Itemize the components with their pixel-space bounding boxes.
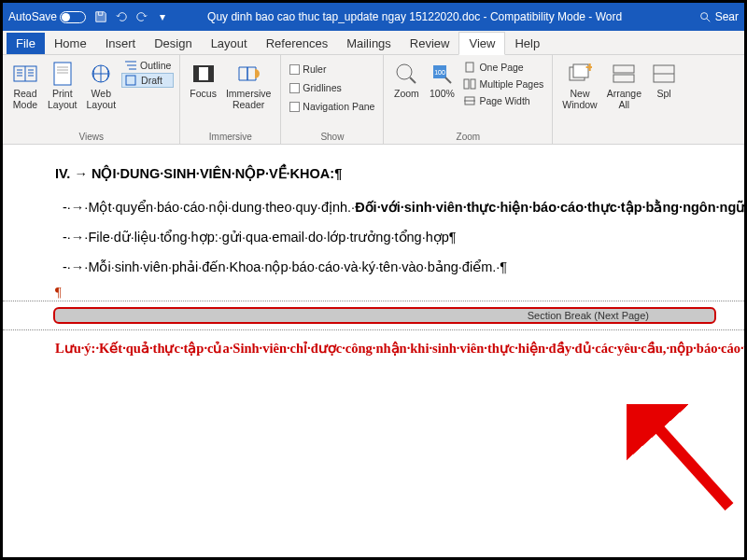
svg-rect-4 bbox=[126, 76, 135, 85]
svg-point-0 bbox=[700, 13, 707, 20]
svg-rect-6 bbox=[199, 67, 208, 80]
read-mode-button[interactable]: Read Mode bbox=[8, 59, 42, 112]
checkbox-icon bbox=[289, 102, 300, 112]
tab-home[interactable]: Home bbox=[45, 33, 96, 54]
tab-mailings[interactable]: Mailings bbox=[337, 33, 401, 54]
navigation-pane-checkbox[interactable]: Navigation Pane bbox=[287, 100, 377, 113]
split-button[interactable]: Spl bbox=[647, 59, 681, 102]
tab-references[interactable]: References bbox=[257, 33, 337, 54]
new-window-button[interactable]: ✚New Window bbox=[558, 59, 600, 112]
ribbon-tabs: File Home Insert Design Layout Reference… bbox=[3, 31, 744, 55]
outline-button[interactable]: Outline bbox=[121, 59, 174, 72]
ribbon: Read Mode Print Layout Web Layout Outlin… bbox=[3, 55, 744, 145]
save-icon[interactable] bbox=[93, 9, 108, 24]
search-button[interactable]: Sear bbox=[698, 10, 739, 23]
print-layout-icon bbox=[49, 61, 76, 87]
new-window-icon: ✚ bbox=[567, 61, 593, 87]
outline-icon bbox=[124, 60, 137, 71]
tab-review[interactable]: Review bbox=[401, 33, 459, 54]
multiple-pages-button[interactable]: Multiple Pages bbox=[460, 77, 546, 91]
immersive-reader-icon bbox=[235, 61, 261, 87]
zoom-icon bbox=[393, 61, 419, 87]
ruler-checkbox[interactable]: Ruler bbox=[287, 63, 377, 76]
web-layout-icon bbox=[88, 61, 114, 87]
svg-rect-17 bbox=[613, 65, 634, 73]
checkbox-icon bbox=[289, 83, 300, 93]
one-page-icon bbox=[463, 62, 476, 73]
page-width-button[interactable]: Page Width bbox=[460, 94, 546, 107]
arrange-all-button[interactable]: Arrange All bbox=[603, 59, 645, 112]
paragraph: -·→·Mỗi·sinh·viên·phải·đến·Khoa·nộp·báo·… bbox=[76, 255, 711, 279]
immersive-reader-button[interactable]: Immersive Reader bbox=[222, 59, 275, 112]
svg-rect-12 bbox=[471, 79, 475, 89]
gridlines-checkbox[interactable]: Gridlines bbox=[287, 81, 377, 94]
group-show: Ruler Gridlines Navigation Pane Show bbox=[281, 55, 384, 144]
section-break-indicator[interactable]: Section Break (Next Page) bbox=[53, 307, 716, 324]
paragraph: -·→·Một·quyển·báo·cáo·nội·dung·theo·quy·… bbox=[76, 195, 711, 219]
draft-button[interactable]: Draft bbox=[121, 73, 174, 88]
tab-view[interactable]: View bbox=[458, 32, 505, 55]
svg-text:✚: ✚ bbox=[585, 63, 592, 73]
group-immersive: Focus Immersive Reader Immersive bbox=[180, 55, 281, 144]
page-width-icon bbox=[463, 95, 476, 106]
zoom-button[interactable]: Zoom bbox=[389, 59, 423, 102]
tab-layout[interactable]: Layout bbox=[202, 33, 257, 54]
tab-file[interactable]: File bbox=[7, 33, 45, 54]
focus-button[interactable]: Focus bbox=[186, 59, 220, 102]
autosave-toggle[interactable]: AutoSave bbox=[8, 10, 86, 23]
group-label-show: Show bbox=[287, 132, 377, 142]
quick-access-toolbar: ▾ bbox=[93, 9, 170, 24]
svg-rect-18 bbox=[613, 75, 634, 82]
group-label-views: Views bbox=[8, 132, 174, 142]
page-divider bbox=[3, 301, 744, 301]
group-label-immersive: Immersive bbox=[186, 132, 275, 142]
tab-insert[interactable]: Insert bbox=[96, 33, 146, 54]
split-icon bbox=[651, 61, 677, 87]
one-page-button[interactable]: One Page bbox=[460, 61, 546, 74]
draft-icon bbox=[125, 75, 138, 86]
multiple-pages-icon bbox=[463, 78, 476, 90]
search-label: Sear bbox=[715, 10, 739, 23]
svg-rect-2 bbox=[54, 63, 71, 85]
arrange-all-icon bbox=[611, 61, 637, 87]
checkbox-icon bbox=[289, 64, 300, 75]
dropdown-icon[interactable]: ▾ bbox=[155, 9, 170, 24]
page-divider bbox=[3, 329, 744, 330]
zoom-100-icon: 100 bbox=[429, 61, 455, 87]
svg-rect-10 bbox=[466, 63, 473, 72]
annotation-arrow-icon bbox=[627, 404, 739, 516]
group-views: Read Mode Print Layout Web Layout Outlin… bbox=[3, 55, 180, 144]
read-mode-icon bbox=[12, 61, 38, 87]
group-label-zoom: Zoom bbox=[389, 132, 546, 142]
paragraph: -·→·File·dữ·liệu·tổng·hợp:·gửi·qua·email… bbox=[76, 225, 711, 249]
zoom-100-button[interactable]: 100100% bbox=[425, 59, 458, 102]
undo-icon[interactable] bbox=[114, 9, 129, 24]
toggle-off-icon bbox=[60, 11, 86, 23]
tab-design[interactable]: Design bbox=[145, 33, 201, 54]
print-layout-button[interactable]: Print Layout bbox=[44, 59, 81, 112]
tab-help[interactable]: Help bbox=[505, 33, 549, 54]
svg-point-7 bbox=[397, 64, 412, 79]
document-body[interactable]: IV. → NỘI·DUNG·SINH·VIÊN·NỘP·VỀ·KHOA:¶ -… bbox=[3, 145, 744, 279]
document-title: Quy dinh bao cao thuc tap_update ngay 15… bbox=[207, 10, 622, 23]
pilcrow-mark: ¶ bbox=[55, 285, 744, 301]
note-paragraph: Lưu·ý:·Kết·quả·thực·tập·của·Sinh·viên·ch… bbox=[55, 336, 711, 362]
heading: IV. → NỘI·DUNG·SINH·VIÊN·NỘP·VỀ·KHOA:¶ bbox=[55, 161, 711, 186]
svg-text:100: 100 bbox=[435, 69, 446, 76]
group-window: ✚New Window Arrange All Spl bbox=[553, 55, 686, 144]
focus-icon bbox=[190, 61, 217, 87]
svg-rect-11 bbox=[464, 79, 469, 89]
redo-icon[interactable] bbox=[134, 9, 149, 24]
title-bar: AutoSave ▾ Quy dinh bao cao thuc tap_upd… bbox=[3, 3, 744, 31]
svg-line-20 bbox=[645, 413, 729, 507]
autosave-label: AutoSave bbox=[8, 10, 57, 23]
web-layout-button[interactable]: Web Layout bbox=[83, 59, 120, 112]
group-zoom: Zoom 100100% One Page Multiple Pages Pag… bbox=[384, 55, 553, 144]
